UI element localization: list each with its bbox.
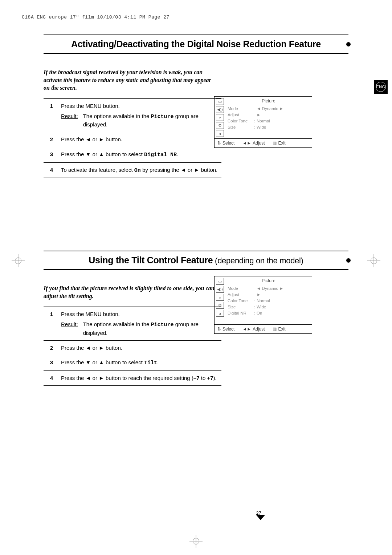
step-2-3: 3 Press the ▼ or ▲ button to select Tilt… — [44, 355, 221, 370]
print-header: C18A_ENG_europe_17"_film 10/10/03 4:11 P… — [22, 15, 370, 20]
step-1-4: 4 To activate this feature, select On by… — [44, 163, 221, 178]
step-text: Press the MENU button. — [61, 102, 221, 110]
osd-active-row: Digital NR:On — [228, 130, 310, 136]
osd-adjust: ◄►Adjust — [242, 141, 265, 146]
result-label: Result: — [61, 112, 83, 129]
osd-exit: ▥Exit — [273, 141, 285, 146]
crop-mark-bottom — [189, 535, 203, 548]
intro-2: If you find that the picture received is… — [44, 284, 218, 300]
step-text: Press the ▼ or ▲ button to select Tilt. — [61, 358, 221, 367]
channel-icon: ⌂ — [216, 294, 224, 301]
step-text: Press the ◄ or ► button to reach the req… — [61, 374, 221, 382]
step-2-4: 4 Press the ◄ or ► button to reach the r… — [44, 371, 221, 385]
step-num: 1 — [44, 102, 61, 129]
tv-icon: ▭ — [216, 278, 224, 285]
step-num: 3 — [44, 150, 61, 159]
osd-title: Picture — [228, 277, 310, 285]
osd-select: ⇅Select — [217, 327, 234, 332]
osd-adjust: ◄►Adjust — [242, 327, 265, 332]
step-text: Press the ◄ or ► button. — [61, 135, 221, 143]
channel-icon: ⌂ — [216, 114, 224, 121]
title-2: Using the Tilt Control Feature (dependin… — [44, 255, 348, 266]
lang-icon: σ — [216, 310, 224, 317]
osd-panel-2: ▭ ◀)) ⌂ ⚙ σ Picture Mode◄ Dynamic ► Adju… — [214, 276, 312, 334]
lang-badge: ENG — [374, 80, 388, 94]
intro-1: If the broadcast signal received by your… — [44, 68, 218, 92]
title-bar-2: Using the Tilt Control Feature (dependin… — [44, 251, 348, 270]
step-num: 4 — [44, 166, 61, 175]
step-2-2: 2 Press the ◄ or ► button. — [44, 341, 221, 355]
step-1-3: 3 Press the ▼ or ▲ button to select Digi… — [44, 147, 221, 162]
title-1: Activating/Deactivating the Digital Nois… — [44, 39, 348, 49]
step-num: 2 — [44, 135, 61, 143]
osd-icon-col: ▭ ◀)) ⌂ ⚙ σ — [215, 97, 225, 138]
step-text: Press the MENU button. — [61, 310, 221, 318]
osd-panel-1: ▭ ◀)) ⌂ ⚙ σ Picture Mode◄ Dynamic ► Adju… — [214, 96, 312, 148]
osd-exit: ▥Exit — [273, 327, 285, 332]
crop-mark-left — [12, 254, 25, 267]
osd-title: Picture — [228, 97, 310, 105]
step-text: Press the ◄ or ► button. — [61, 344, 221, 352]
osd-footer: ⇅Select ◄►Adjust ▥Exit — [215, 324, 312, 333]
lang-text: ENG — [376, 82, 386, 92]
step-num: 3 — [44, 358, 61, 367]
step-num: 1 — [44, 310, 61, 337]
osd-footer: ⇅Select ◄►Adjust ▥Exit — [215, 138, 312, 147]
result-text: The options available in the Picture gro… — [83, 112, 221, 129]
tv-icon: ▭ — [216, 98, 224, 105]
setup-icon: ⚙ — [216, 302, 224, 309]
step-num: 2 — [44, 344, 61, 352]
steps-2: 1 Press the MENU button. Result: The opt… — [44, 307, 221, 386]
title-bar-1: Activating/Deactivating the Digital Nois… — [44, 35, 348, 54]
step-1-1: 1 Press the MENU button. Result: The opt… — [44, 99, 221, 132]
osd-select: ⇅Select — [217, 141, 234, 146]
step-2-1: 1 Press the MENU button. Result: The opt… — [44, 307, 221, 340]
sound-icon: ◀)) — [216, 286, 224, 293]
result-label: Result: — [61, 320, 83, 337]
step-text: To activate this feature, select On by p… — [61, 166, 221, 175]
osd-icon-col: ▭ ◀)) ⌂ ⚙ σ — [215, 276, 225, 324]
lang-icon: σ — [216, 130, 224, 137]
page: C18A_ENG_europe_17"_film 10/10/03 4:11 P… — [22, 15, 370, 538]
step-1-2: 2 Press the ◄ or ► button. — [44, 132, 221, 147]
steps-1: 1 Press the MENU button. Result: The opt… — [44, 98, 221, 178]
step-num: 4 — [44, 374, 61, 382]
result-text: The options available in the Picture gro… — [83, 320, 221, 337]
crop-mark-right — [367, 254, 380, 267]
setup-icon: ⚙ — [216, 122, 224, 129]
sound-icon: ◀)) — [216, 106, 224, 113]
osd-active-row: Tilt:0 — [228, 316, 310, 322]
step-text: Press the ▼ or ▲ button to select Digita… — [61, 150, 221, 159]
page-arrow-icon — [256, 515, 265, 520]
